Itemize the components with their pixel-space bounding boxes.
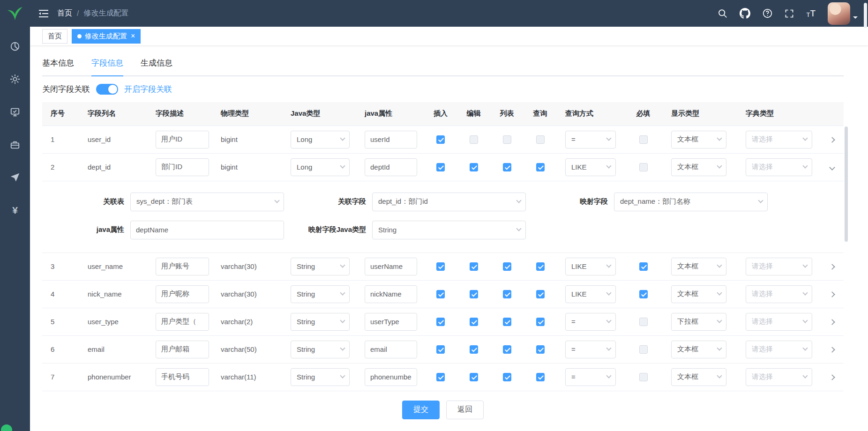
required-checkbox[interactable]: [639, 135, 648, 144]
list-checkbox[interactable]: [503, 290, 511, 298]
display-type-select[interactable]: 文本框: [671, 285, 726, 303]
fullscreen-icon[interactable]: [785, 9, 794, 18]
query-type-select[interactable]: =: [565, 368, 616, 386]
dict-type-select[interactable]: 请选择: [746, 313, 812, 331]
query-type-select[interactable]: =: [565, 131, 616, 149]
insert-checkbox[interactable]: [436, 163, 445, 171]
sidebar-item-tool[interactable]: [9, 139, 21, 150]
insert-checkbox[interactable]: [436, 262, 445, 271]
query-checkbox[interactable]: [536, 373, 545, 381]
tab-basic-info[interactable]: 基本信息: [42, 54, 74, 76]
tag-home[interactable]: 首页: [42, 29, 67, 44]
query-checkbox[interactable]: [536, 163, 545, 171]
edit-checkbox[interactable]: [470, 262, 478, 271]
dict-type-select[interactable]: 请选择: [746, 258, 812, 275]
java-property-input[interactable]: [365, 341, 417, 358]
query-checkbox[interactable]: [536, 262, 545, 271]
expand-icon[interactable]: [829, 164, 835, 171]
expand-icon[interactable]: [829, 374, 835, 380]
java-property-input[interactable]: [365, 313, 417, 331]
description-input[interactable]: [156, 285, 209, 303]
expand-icon[interactable]: [829, 264, 835, 270]
java-type-select[interactable]: Long: [291, 131, 350, 149]
description-input[interactable]: [156, 341, 209, 358]
sidebar-item-pay[interactable]: ¥: [9, 205, 21, 216]
field-relation-toggle[interactable]: [96, 84, 118, 95]
java-property-input[interactable]: [365, 158, 417, 176]
query-type-select[interactable]: LIKE: [565, 258, 616, 275]
expand-icon[interactable]: [829, 137, 835, 143]
page-scrollbar[interactable]: [864, 3, 867, 28]
github-icon[interactable]: [740, 8, 750, 19]
insert-checkbox[interactable]: [436, 345, 445, 354]
edit-checkbox[interactable]: [470, 290, 478, 298]
edit-checkbox[interactable]: [470, 373, 478, 381]
query-type-select[interactable]: LIKE: [565, 285, 616, 303]
list-checkbox[interactable]: [503, 345, 511, 354]
display-type-select[interactable]: 文本框: [671, 258, 726, 275]
display-type-select[interactable]: 文本框: [671, 341, 726, 358]
query-type-select[interactable]: =: [565, 313, 616, 331]
edit-checkbox[interactable]: [470, 318, 478, 326]
edit-checkbox[interactable]: [470, 163, 478, 171]
required-checkbox[interactable]: [639, 290, 648, 298]
breadcrumb-home[interactable]: 首页: [57, 8, 72, 18]
required-checkbox[interactable]: [639, 318, 648, 326]
query-type-select[interactable]: =: [565, 341, 616, 358]
required-checkbox[interactable]: [639, 373, 648, 381]
tab-field-info[interactable]: 字段信息: [91, 54, 123, 76]
query-type-select[interactable]: LIKE: [565, 158, 616, 176]
sidebar-toggle-button[interactable]: [30, 0, 57, 27]
display-type-select[interactable]: 下拉框: [671, 313, 726, 331]
display-type-select[interactable]: 文本框: [671, 368, 726, 386]
list-checkbox[interactable]: [503, 318, 511, 326]
sidebar-item-guide[interactable]: [9, 172, 21, 183]
insert-checkbox[interactable]: [436, 373, 445, 381]
dict-type-select[interactable]: 请选择: [746, 368, 812, 386]
edit-checkbox[interactable]: [470, 135, 478, 144]
query-checkbox[interactable]: [536, 318, 545, 326]
description-input[interactable]: [156, 258, 209, 275]
mapping-field-select[interactable]: dept_name：部门名称: [614, 193, 768, 211]
list-checkbox[interactable]: [503, 163, 511, 171]
back-button[interactable]: 返回: [446, 401, 484, 419]
java-type-select[interactable]: String: [291, 313, 350, 331]
query-checkbox[interactable]: [536, 135, 545, 144]
font-size-icon[interactable]: TT: [806, 9, 816, 18]
java-property-input[interactable]: [365, 285, 417, 303]
dict-type-select[interactable]: 请选择: [746, 341, 812, 358]
relation-table-select[interactable]: sys_dept：部门表: [130, 193, 284, 211]
display-type-select[interactable]: 文本框: [671, 131, 726, 149]
sidebar-item-dashboard[interactable]: [9, 41, 21, 52]
description-input[interactable]: [156, 368, 209, 386]
dict-type-select[interactable]: 请选择: [746, 285, 812, 303]
required-checkbox[interactable]: [639, 345, 648, 354]
expand-icon[interactable]: [829, 319, 835, 325]
expand-icon[interactable]: [829, 347, 835, 353]
app-logo[interactable]: [0, 0, 30, 27]
user-menu[interactable]: [828, 2, 858, 25]
search-icon[interactable]: [718, 8, 727, 18]
dict-type-select[interactable]: 请选择: [746, 158, 812, 176]
query-checkbox[interactable]: [536, 345, 545, 354]
java-type-select[interactable]: String: [291, 341, 350, 358]
relation-field-select[interactable]: dept_id：部门id: [372, 193, 526, 211]
display-type-select[interactable]: 文本框: [671, 158, 726, 176]
description-input[interactable]: [156, 313, 209, 331]
tab-gen-info[interactable]: 生成信息: [141, 54, 172, 76]
submit-button[interactable]: 提交: [402, 401, 440, 419]
query-checkbox[interactable]: [536, 290, 545, 298]
required-checkbox[interactable]: [639, 262, 648, 271]
description-input[interactable]: [156, 131, 209, 149]
java-property-input[interactable]: [365, 258, 417, 275]
list-checkbox[interactable]: [503, 373, 511, 381]
expand-icon[interactable]: [829, 291, 835, 297]
description-input[interactable]: [156, 158, 209, 176]
list-checkbox[interactable]: [503, 262, 511, 271]
insert-checkbox[interactable]: [436, 318, 445, 326]
java-type-select[interactable]: Long: [291, 158, 350, 176]
dict-type-select[interactable]: 请选择: [746, 131, 812, 149]
edit-checkbox[interactable]: [470, 345, 478, 354]
java-property-input[interactable]: [365, 131, 417, 149]
required-checkbox[interactable]: [639, 163, 648, 171]
